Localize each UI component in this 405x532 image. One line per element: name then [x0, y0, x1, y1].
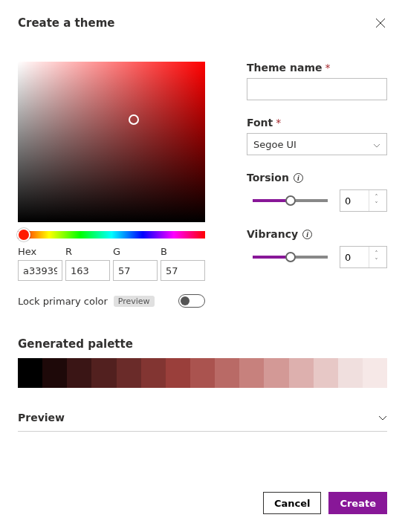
palette-swatch[interactable] [289, 358, 314, 388]
required-marker: * [325, 62, 330, 74]
color-saturation-area[interactable] [18, 62, 205, 222]
generated-palette-title: Generated palette [18, 337, 387, 351]
close-button[interactable] [374, 16, 387, 32]
required-marker: * [276, 117, 281, 129]
font-value: Segoe UI [253, 139, 297, 150]
chevron-up-icon: ˄ [375, 250, 378, 257]
lock-primary-label: Lock primary color [18, 296, 108, 307]
palette-swatch[interactable] [239, 358, 264, 388]
hex-label: Hex [18, 246, 62, 257]
palette-swatch[interactable] [215, 358, 239, 388]
torsion-label: Torsion [247, 172, 289, 184]
hue-thumb[interactable] [17, 228, 30, 241]
cancel-button[interactable]: Cancel [263, 492, 322, 514]
torsion-input[interactable] [340, 190, 369, 211]
palette-swatch[interactable] [338, 358, 363, 388]
b-label: B [161, 246, 205, 257]
dialog-title: Create a theme [18, 16, 114, 30]
palette-swatch[interactable] [91, 358, 116, 388]
hex-input[interactable] [18, 260, 62, 281]
chevron-up-icon: ˄ [375, 194, 378, 201]
theme-name-label: Theme name [247, 62, 322, 74]
palette-swatch[interactable] [67, 358, 91, 388]
vibrancy-label: Vibrancy [247, 228, 298, 240]
g-label: G [113, 246, 158, 257]
slider-thumb[interactable] [285, 252, 296, 262]
hue-slider[interactable] [18, 231, 205, 239]
info-icon[interactable]: i [294, 173, 303, 183]
vibrancy-slider[interactable] [253, 256, 328, 259]
preview-label: Preview [18, 412, 65, 424]
preview-badge: Preview [114, 296, 155, 307]
chevron-down-icon [373, 139, 380, 150]
palette-swatch[interactable] [264, 358, 288, 388]
torsion-slider[interactable] [253, 199, 328, 202]
create-button[interactable]: Create [328, 492, 387, 514]
chevron-down-icon: ˅ [375, 201, 378, 208]
palette-swatch[interactable] [190, 358, 215, 388]
r-input[interactable] [65, 260, 110, 281]
preview-expander[interactable]: Preview [18, 404, 387, 432]
color-picker-cursor[interactable] [129, 114, 139, 125]
info-icon[interactable]: i [302, 230, 312, 239]
palette-swatch[interactable] [141, 358, 166, 388]
font-label: Font [247, 117, 273, 129]
vibrancy-stepper[interactable]: ˄ ˅ [369, 247, 383, 267]
palette-swatch[interactable] [117, 358, 141, 388]
close-icon [375, 18, 386, 28]
theme-name-input[interactable] [247, 78, 387, 100]
g-input[interactable] [113, 260, 158, 281]
lock-primary-toggle[interactable] [178, 294, 205, 308]
torsion-stepper[interactable]: ˄ ˅ [369, 190, 383, 211]
vibrancy-input[interactable] [340, 247, 369, 267]
r-label: R [65, 246, 110, 257]
font-dropdown[interactable]: Segoe UI [247, 133, 387, 155]
palette-swatch[interactable] [314, 358, 338, 388]
palette-strip [18, 358, 387, 388]
palette-swatch[interactable] [18, 358, 42, 388]
b-input[interactable] [161, 260, 205, 281]
chevron-down-icon: ˅ [375, 258, 378, 265]
chevron-down-icon [378, 412, 387, 424]
palette-swatch[interactable] [363, 358, 387, 388]
palette-swatch[interactable] [42, 358, 67, 388]
palette-swatch[interactable] [166, 358, 190, 388]
slider-thumb[interactable] [285, 195, 296, 206]
